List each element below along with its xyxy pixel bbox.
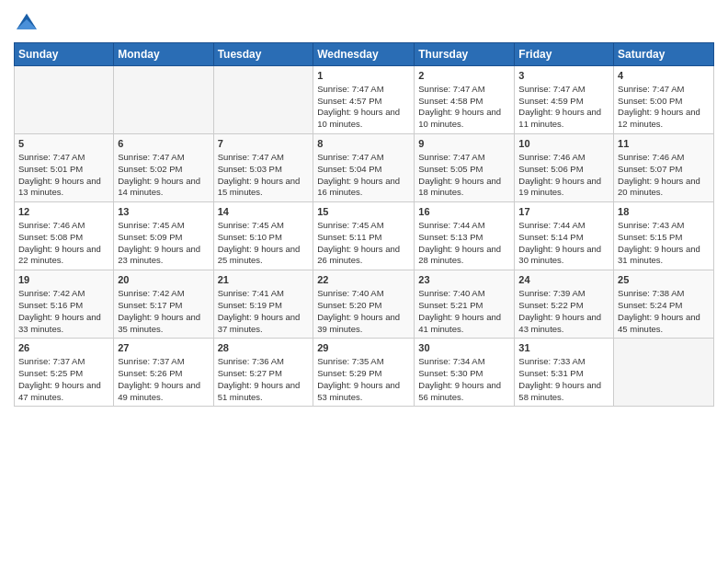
day-number: 5: [18, 137, 109, 151]
day-number: 10: [518, 137, 609, 151]
day-number: 31: [518, 341, 609, 355]
day-content: Sunrise: 7:39 AM Sunset: 5:22 PM Dayligh…: [518, 288, 609, 335]
day-number: 2: [418, 69, 510, 83]
day-number: 22: [317, 273, 410, 287]
day-number: 4: [618, 69, 710, 83]
calendar-cell: 6Sunrise: 7:47 AM Sunset: 5:02 PM Daylig…: [114, 134, 213, 202]
day-number: 27: [118, 341, 209, 355]
day-content: Sunrise: 7:46 AM Sunset: 5:06 PM Dayligh…: [518, 152, 609, 199]
calendar-cell: [15, 66, 114, 134]
day-content: Sunrise: 7:46 AM Sunset: 5:08 PM Dayligh…: [18, 220, 109, 267]
day-content: Sunrise: 7:44 AM Sunset: 5:13 PM Dayligh…: [418, 220, 510, 267]
calendar-week-row: 26Sunrise: 7:37 AM Sunset: 5:25 PM Dayli…: [15, 339, 714, 407]
day-number: 3: [518, 69, 609, 83]
logo: [14, 9, 43, 35]
day-number: 28: [218, 341, 310, 355]
calendar-cell: 26Sunrise: 7:37 AM Sunset: 5:25 PM Dayli…: [15, 339, 114, 407]
day-content: Sunrise: 7:38 AM Sunset: 5:24 PM Dayligh…: [618, 288, 710, 335]
day-number: 7: [218, 137, 310, 151]
day-number: 12: [18, 205, 109, 219]
day-number: 14: [218, 205, 310, 219]
day-number: 21: [218, 273, 310, 287]
day-content: Sunrise: 7:36 AM Sunset: 5:27 PM Dayligh…: [218, 356, 310, 403]
calendar-cell: 3Sunrise: 7:47 AM Sunset: 4:59 PM Daylig…: [515, 66, 614, 134]
day-content: Sunrise: 7:47 AM Sunset: 4:58 PM Dayligh…: [418, 84, 510, 131]
calendar-week-row: 5Sunrise: 7:47 AM Sunset: 5:01 PM Daylig…: [15, 134, 714, 202]
calendar-header-row: SundayMondayTuesdayWednesdayThursdayFrid…: [15, 43, 714, 66]
day-number: 1: [317, 69, 410, 83]
calendar-cell: [213, 66, 313, 134]
day-number: 17: [518, 205, 609, 219]
day-content: Sunrise: 7:47 AM Sunset: 4:59 PM Dayligh…: [518, 84, 609, 131]
calendar-cell: 29Sunrise: 7:35 AM Sunset: 5:29 PM Dayli…: [313, 339, 415, 407]
calendar-cell: 20Sunrise: 7:42 AM Sunset: 5:17 PM Dayli…: [114, 270, 213, 339]
day-content: Sunrise: 7:41 AM Sunset: 5:19 PM Dayligh…: [218, 288, 310, 335]
day-content: Sunrise: 7:37 AM Sunset: 5:26 PM Dayligh…: [118, 356, 209, 403]
day-content: Sunrise: 7:44 AM Sunset: 5:14 PM Dayligh…: [518, 220, 609, 267]
day-content: Sunrise: 7:42 AM Sunset: 5:17 PM Dayligh…: [118, 288, 209, 335]
calendar-cell: 24Sunrise: 7:39 AM Sunset: 5:22 PM Dayli…: [515, 270, 614, 339]
weekday-header: Tuesday: [213, 43, 313, 66]
day-content: Sunrise: 7:46 AM Sunset: 5:07 PM Dayligh…: [618, 152, 710, 199]
calendar-cell: 25Sunrise: 7:38 AM Sunset: 5:24 PM Dayli…: [614, 270, 714, 339]
weekday-header: Friday: [515, 43, 614, 66]
calendar-cell: 27Sunrise: 7:37 AM Sunset: 5:26 PM Dayli…: [114, 339, 213, 407]
calendar-cell: 2Sunrise: 7:47 AM Sunset: 4:58 PM Daylig…: [415, 66, 515, 134]
day-number: 11: [618, 137, 710, 151]
calendar-cell: 7Sunrise: 7:47 AM Sunset: 5:03 PM Daylig…: [213, 134, 313, 202]
day-content: Sunrise: 7:35 AM Sunset: 5:29 PM Dayligh…: [317, 356, 410, 403]
svg-marker-1: [17, 19, 37, 29]
day-content: Sunrise: 7:47 AM Sunset: 5:05 PM Dayligh…: [418, 152, 510, 199]
day-number: 6: [118, 137, 209, 151]
calendar-cell: 16Sunrise: 7:44 AM Sunset: 5:13 PM Dayli…: [415, 202, 515, 270]
calendar-cell: 1Sunrise: 7:47 AM Sunset: 4:57 PM Daylig…: [313, 66, 415, 134]
day-content: Sunrise: 7:47 AM Sunset: 5:01 PM Dayligh…: [18, 152, 109, 199]
day-number: 15: [317, 205, 410, 219]
calendar-cell: 12Sunrise: 7:46 AM Sunset: 5:08 PM Dayli…: [15, 202, 114, 270]
day-number: 8: [317, 137, 410, 151]
day-content: Sunrise: 7:47 AM Sunset: 5:02 PM Dayligh…: [118, 152, 209, 199]
calendar-week-row: 1Sunrise: 7:47 AM Sunset: 4:57 PM Daylig…: [15, 66, 714, 134]
day-content: Sunrise: 7:45 AM Sunset: 5:10 PM Dayligh…: [218, 220, 310, 267]
day-content: Sunrise: 7:33 AM Sunset: 5:31 PM Dayligh…: [518, 356, 609, 403]
calendar-table: SundayMondayTuesdayWednesdayThursdayFrid…: [14, 42, 714, 407]
day-number: 20: [118, 273, 209, 287]
day-content: Sunrise: 7:47 AM Sunset: 5:04 PM Dayligh…: [317, 152, 410, 199]
calendar-cell: [114, 66, 213, 134]
day-number: 19: [18, 273, 109, 287]
day-number: 18: [618, 205, 710, 219]
calendar-cell: 17Sunrise: 7:44 AM Sunset: 5:14 PM Dayli…: [515, 202, 614, 270]
day-number: 13: [118, 205, 209, 219]
calendar-cell: 4Sunrise: 7:47 AM Sunset: 5:00 PM Daylig…: [614, 66, 714, 134]
calendar-cell: 23Sunrise: 7:40 AM Sunset: 5:21 PM Dayli…: [415, 270, 515, 339]
day-content: Sunrise: 7:34 AM Sunset: 5:30 PM Dayligh…: [418, 356, 510, 403]
calendar-week-row: 19Sunrise: 7:42 AM Sunset: 5:16 PM Dayli…: [15, 270, 714, 339]
weekday-header: Thursday: [415, 43, 515, 66]
calendar-cell: 28Sunrise: 7:36 AM Sunset: 5:27 PM Dayli…: [213, 339, 313, 407]
day-content: Sunrise: 7:47 AM Sunset: 5:03 PM Dayligh…: [218, 152, 310, 199]
logo-icon: [14, 9, 40, 35]
day-number: 23: [418, 273, 510, 287]
weekday-header: Monday: [114, 43, 213, 66]
calendar-cell: 5Sunrise: 7:47 AM Sunset: 5:01 PM Daylig…: [15, 134, 114, 202]
calendar-cell: 14Sunrise: 7:45 AM Sunset: 5:10 PM Dayli…: [213, 202, 313, 270]
day-number: 30: [418, 341, 510, 355]
day-content: Sunrise: 7:42 AM Sunset: 5:16 PM Dayligh…: [18, 288, 109, 335]
calendar-cell: 31Sunrise: 7:33 AM Sunset: 5:31 PM Dayli…: [515, 339, 614, 407]
calendar-week-row: 12Sunrise: 7:46 AM Sunset: 5:08 PM Dayli…: [15, 202, 714, 270]
calendar-cell: 13Sunrise: 7:45 AM Sunset: 5:09 PM Dayli…: [114, 202, 213, 270]
calendar-cell: 21Sunrise: 7:41 AM Sunset: 5:19 PM Dayli…: [213, 270, 313, 339]
day-content: Sunrise: 7:43 AM Sunset: 5:15 PM Dayligh…: [618, 220, 710, 267]
calendar-cell: 18Sunrise: 7:43 AM Sunset: 5:15 PM Dayli…: [614, 202, 714, 270]
day-content: Sunrise: 7:40 AM Sunset: 5:21 PM Dayligh…: [418, 288, 510, 335]
calendar-cell: 8Sunrise: 7:47 AM Sunset: 5:04 PM Daylig…: [313, 134, 415, 202]
day-number: 9: [418, 137, 510, 151]
day-number: 26: [18, 341, 109, 355]
calendar-cell: 30Sunrise: 7:34 AM Sunset: 5:30 PM Dayli…: [415, 339, 515, 407]
calendar-cell: [614, 339, 714, 407]
calendar-cell: 22Sunrise: 7:40 AM Sunset: 5:20 PM Dayli…: [313, 270, 415, 339]
day-content: Sunrise: 7:37 AM Sunset: 5:25 PM Dayligh…: [18, 356, 109, 403]
weekday-header: Saturday: [614, 43, 714, 66]
calendar-cell: 19Sunrise: 7:42 AM Sunset: 5:16 PM Dayli…: [15, 270, 114, 339]
header: [14, 9, 714, 35]
